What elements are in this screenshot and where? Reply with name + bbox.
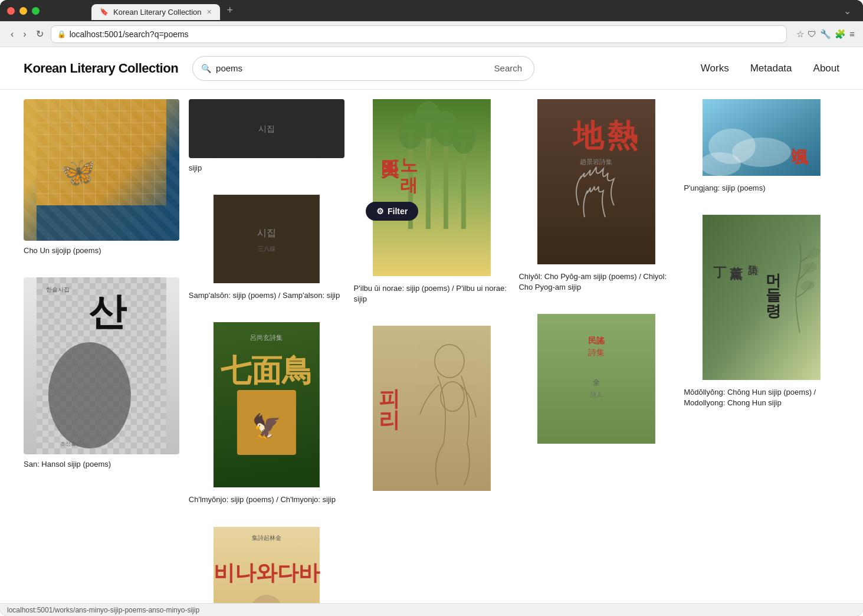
tab-close-btn[interactable]: ✕	[206, 8, 212, 16]
book-item-chilmyonjo[interactable]: 呂尚玄詩集 七面鳥 🦅 Ch'lmyŏnjo: sijip (poems) / …	[189, 322, 344, 505]
book-title-chiyol: Chiyŏl: Cho Pyŏg-am sijip (poems) / Chiy…	[519, 271, 674, 293]
add-tab-btn[interactable]: +	[222, 2, 238, 19]
svg-text:全: 全	[593, 378, 600, 386]
book-item-piri[interactable]: 피리	[354, 326, 510, 493]
book-item-modollyong[interactable]: 丁 薰 詩集 머들령	[684, 215, 839, 408]
book-item-san[interactable]: 산 한솔시집 조선출판사 San: Hansol sijip (poems)	[24, 277, 179, 470]
filter-label: Filter	[388, 207, 408, 216]
book-cover-sijip-top: 시집	[189, 99, 344, 158]
svg-rect-34	[214, 195, 320, 283]
grid-column-2: 시집 sijip 시집 三八線	[189, 99, 344, 603]
svg-text:民謠: 民謠	[588, 336, 605, 345]
tools-icon[interactable]: 🔧	[820, 29, 831, 40]
pocket-icon[interactable]: 🛡	[808, 29, 816, 39]
book-title-sampal: Samp'alsŏn: sijip (poems) / Samp'alson: …	[189, 290, 344, 301]
active-tab[interactable]: 🔖 Korean Literary Collection ✕	[91, 4, 220, 20]
book-cover-minyo: 民謠 詩集 全 詩人	[519, 314, 674, 446]
svg-point-74	[732, 137, 791, 167]
main-content[interactable]: ⚙ Filter	[0, 90, 863, 603]
svg-text:시집: 시집	[258, 124, 275, 133]
grid-column-4: 地 熱 趙景岩詩集 Chiyŏl: Cho	[519, 99, 674, 603]
tab-bar: 🔖 Korean Literary Collection ✕ + ⌄	[44, 2, 856, 20]
books-grid: 🦋 Cho Un sijojip (poems)	[24, 99, 839, 603]
book-cover-chilmyonjo: 呂尚玄詩集 七面鳥 🦅	[189, 322, 344, 490]
book-title-chilmyonjo: Ch'lmyŏnjo: sijip (poems) / Ch'lmyonjo: …	[189, 494, 344, 505]
svg-text:七面鳥: 七面鳥	[221, 354, 313, 388]
svg-line-22	[54, 99, 72, 129]
svg-text:비나와다바: 비나와다바	[214, 561, 320, 585]
url-bar[interactable]: 🔒 localhost:5001/search?q=poems	[51, 25, 787, 43]
back-btn[interactable]: ‹	[8, 27, 16, 42]
svg-text:集詩起林金: 集詩起林金	[252, 535, 281, 541]
browser-window: 🔖 Korean Literary Collection ✕ + ⌄ ‹ › ↻…	[0, 0, 863, 616]
app-content: Korean Literary Collection 🔍 Search Work…	[0, 47, 863, 616]
nav-bar: ‹ › ↻ 🔒 localhost:5001/search?q=poems ☆ …	[0, 21, 863, 47]
book-item-sijip-top[interactable]: 시집 sijip	[189, 99, 344, 173]
book-cover-chiyol: 地 熱 趙景岩詩集	[519, 99, 674, 267]
svg-point-28	[48, 342, 131, 448]
svg-text:地: 地	[572, 119, 605, 153]
minimize-btn[interactable]	[19, 7, 27, 15]
search-button[interactable]: Search	[491, 62, 526, 74]
grid-column-3: 匹夫의 노래 P'ilbu ŭi norae: sijip (poems) / …	[354, 99, 510, 603]
svg-text:시집: 시집	[257, 228, 276, 238]
maximize-btn[interactable]	[32, 7, 40, 15]
title-bar: 🔖 Korean Literary Collection ✕ + ⌄	[0, 0, 863, 21]
svg-rect-0	[37, 99, 166, 241]
book-title-pilbu: P'ilbu ŭi norae: sijip (poems) / P'ilbu …	[354, 283, 510, 304]
app-logo[interactable]: Korean Literary Collection	[24, 61, 178, 76]
nav-metadata[interactable]: Metadata	[750, 63, 792, 74]
url-icons: ☆ 🛡 🔧 🧩 ≡	[796, 29, 855, 40]
book-title-pungjang: P'ungjang: sijip (poems)	[684, 183, 839, 194]
filter-button[interactable]: ⚙ Filter	[366, 202, 418, 221]
book-title-cho-un: Cho Un sijojip (poems)	[24, 245, 179, 256]
status-bar: localhost:5001/works/ans-minyo-sijip-poe…	[0, 603, 863, 616]
svg-text:詩集: 詩集	[588, 348, 605, 357]
svg-text:🦅: 🦅	[252, 412, 281, 440]
book-item-minyo[interactable]: 民謠 詩集 全 詩人	[519, 314, 674, 446]
svg-rect-19	[37, 205, 166, 241]
svg-point-75	[700, 152, 741, 176]
book-item-cho-un[interactable]: 🦋 Cho Un sijojip (poems)	[24, 99, 179, 256]
book-item-chiyol[interactable]: 地 熱 趙景岩詩集 Chiyŏl: Cho	[519, 99, 674, 293]
search-icon: 🔍	[201, 64, 211, 73]
book-title-modollyong: Mŏdŏllyŏng: Chŏng Hun sijip (poems) / Mo…	[684, 387, 839, 408]
book-item-sampal[interactable]: 시집 三八線 Samp'alsŏn: sijip (poems) / Samp'…	[189, 195, 344, 301]
nav-works[interactable]: Works	[701, 63, 729, 74]
book-item-pungjang-top[interactable]: 颯颯 P'ungjang: sijip (poems)	[684, 99, 839, 194]
filter-icon: ⚙	[376, 207, 384, 216]
book-cover-binawadaba: 集詩起林金 비나와다바 👤	[189, 527, 344, 603]
forward-btn[interactable]: ›	[21, 27, 28, 42]
grid-column-1: 🦋 Cho Un sijojip (poems)	[24, 99, 179, 603]
search-bar: 🔍 Search	[192, 56, 534, 81]
extensions-icon[interactable]: 🧩	[835, 29, 846, 40]
main-nav: Works Metadata About	[701, 63, 839, 74]
book-title-san: San: Hansol sijip (poems)	[24, 459, 179, 470]
svg-text:詩人: 詩人	[590, 391, 602, 398]
nav-about[interactable]: About	[813, 63, 839, 74]
book-cover-pilbu: 匹夫의 노래	[354, 99, 510, 278]
search-input[interactable]	[216, 63, 485, 73]
shield-icon: 🔒	[57, 30, 66, 38]
app-header: Korean Literary Collection 🔍 Search Work…	[0, 47, 863, 90]
svg-point-55	[451, 121, 475, 154]
svg-rect-76	[703, 215, 821, 380]
svg-text:熱: 熱	[607, 119, 638, 153]
book-cover-sampal: 시집 三八線	[189, 195, 344, 286]
menu-icon[interactable]: ≡	[849, 29, 855, 39]
book-cover-san: 산 한솔시집 조선출판사	[24, 277, 179, 454]
book-title-sijip-top: sijip	[189, 163, 344, 173]
reload-btn[interactable]: ↻	[34, 26, 46, 42]
svg-text:趙景岩詩集: 趙景岩詩集	[580, 158, 613, 165]
book-cover-pungjang-top: 颯颯	[684, 99, 839, 178]
close-btn[interactable]	[7, 7, 15, 15]
traffic-lights	[7, 7, 40, 15]
url-text: localhost:5001/search?q=poems	[70, 30, 189, 39]
book-cover-cho-un: 🦋	[24, 99, 179, 241]
svg-text:한솔시집: 한솔시집	[46, 286, 70, 293]
star-icon[interactable]: ☆	[796, 29, 804, 40]
tab-chevron-icon[interactable]: ⌄	[839, 3, 856, 19]
book-cover-piri: 피리	[354, 326, 510, 493]
svg-text:조선출판사: 조선출판사	[60, 441, 87, 447]
book-item-binawadaba[interactable]: 集詩起林金 비나와다바 👤	[189, 527, 344, 603]
